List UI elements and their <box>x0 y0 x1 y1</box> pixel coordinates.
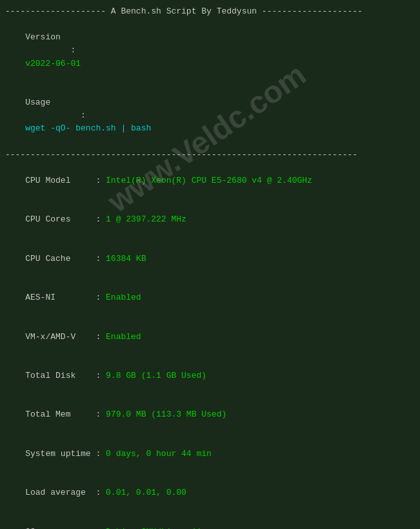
vm-amd-value: Enabled <box>106 332 141 342</box>
sys-divider: ----------------------------------------… <box>5 149 415 161</box>
cpu-cache-label: CPU Cache : <box>25 254 106 264</box>
version-label: Version <box>25 32 61 42</box>
os-line: OS : Debian GNU/Linux 11 <box>5 512 415 529</box>
vm-amd-label: VM-x/AMD-V : <box>25 332 106 342</box>
total-disk-line: Total Disk : 9.8 GB (1.1 GB Used) <box>5 357 415 395</box>
aes-ni-line: AES-NI : Enabled <box>5 278 415 317</box>
os-value: Debian GNU/Linux 11 <box>106 527 201 529</box>
cpu-cores-line: CPU Cores : 1 @ 2397.222 MHz <box>5 200 415 239</box>
aes-ni-label: AES-NI : <box>25 293 106 302</box>
usage-value: wget -qO- bench.sh | bash <box>25 123 151 133</box>
total-mem-value: 979.0 MB (113.3 MB Used) <box>106 410 226 419</box>
cpu-model-value: Intel(R) Xeon(R) CPU E5-2680 v4 @ 2.40GH… <box>106 176 312 185</box>
version-line: Version : v2022-06-01 <box>5 18 415 83</box>
usage-line: Usage : wget -qO- bench.sh | bash <box>5 83 415 149</box>
cpu-cores-label: CPU Cores : <box>25 214 106 224</box>
aes-ni-value: Enabled <box>106 293 141 302</box>
os-label: OS : <box>25 527 106 529</box>
load-label: Load average : <box>25 488 106 497</box>
usage-label: Usage <box>25 98 50 107</box>
load-line: Load average : 0.01, 0.01, 0.00 <box>5 473 415 512</box>
usage-colon: : <box>25 110 90 120</box>
total-mem-line: Total Mem : 979.0 MB (113.3 MB Used) <box>5 395 415 434</box>
cpu-cache-line: CPU Cache : 16384 KB <box>5 240 415 278</box>
version-value: v2022-06-01 <box>25 59 81 68</box>
cpu-cache-value: 16384 KB <box>106 254 146 264</box>
cpu-cores-value: 1 @ 2397.222 MHz <box>106 214 186 224</box>
total-mem-label: Total Mem : <box>25 410 106 419</box>
version-colon: : <box>25 45 81 55</box>
load-value: 0.01, 0.01, 0.00 <box>106 488 186 497</box>
terminal-container: -------------------- A Bench.sh Script B… <box>5 5 415 529</box>
cpu-model-line: CPU Model : Intel(R) Xeon(R) CPU E5-2680… <box>5 161 415 200</box>
uptime-label: System uptime : <box>25 449 106 459</box>
total-disk-value: 9.8 GB (1.1 GB Used) <box>106 371 206 380</box>
cpu-model-label: CPU Model : <box>25 176 106 185</box>
header-divider: -------------------- A Bench.sh Script B… <box>5 5 415 18</box>
uptime-line: System uptime : 0 days, 0 hour 44 min <box>5 435 415 473</box>
uptime-value: 0 days, 0 hour 44 min <box>106 449 212 459</box>
vm-amd-line: VM-x/AMD-V : Enabled <box>5 317 415 356</box>
total-disk-label: Total Disk : <box>25 371 106 380</box>
